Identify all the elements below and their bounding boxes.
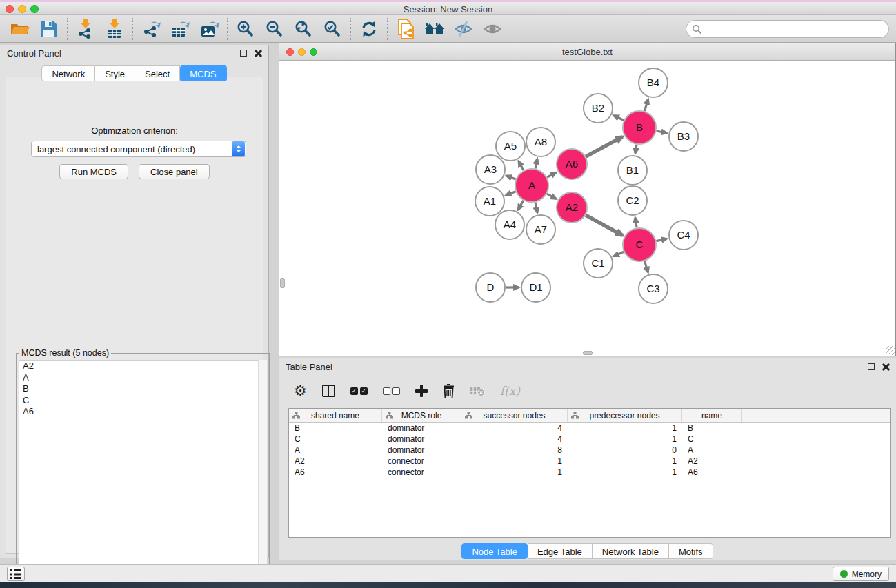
- graph-edge-A-A7[interactable]: [535, 202, 537, 212]
- graph-node-B3[interactable]: B3: [669, 122, 698, 151]
- save-session-button[interactable]: [34, 17, 63, 41]
- add-column-button[interactable]: [415, 385, 428, 397]
- graph-node-C2[interactable]: C2: [618, 186, 647, 215]
- graph-node-A8[interactable]: A8: [526, 128, 555, 156]
- network-vscroll-thumb[interactable]: [280, 278, 285, 288]
- network-from-selection-button[interactable]: [391, 17, 420, 41]
- graph-edge-A-A6[interactable]: [547, 172, 556, 177]
- close-panel-button[interactable]: Close panel: [139, 164, 210, 179]
- column-header-name[interactable]: name: [682, 409, 742, 422]
- float-table-panel-icon[interactable]: [868, 363, 875, 370]
- graph-edge-A-A8[interactable]: [535, 159, 537, 168]
- tab-node-table[interactable]: Node Table: [461, 543, 528, 559]
- tab-motifs[interactable]: Motifs: [669, 543, 713, 559]
- show-graphics-details-button[interactable]: [478, 17, 507, 41]
- graph-edge-C-C2[interactable]: [635, 218, 637, 228]
- tab-style[interactable]: Style: [95, 65, 135, 81]
- zoom-fit-button[interactable]: [289, 17, 318, 41]
- table-row[interactable]: A2connector11A2: [289, 456, 890, 467]
- import-table-button[interactable]: [100, 17, 129, 41]
- graph-edge-B-B1[interactable]: [635, 145, 637, 154]
- graph-node-C1[interactable]: C1: [584, 249, 613, 278]
- table-settings-button[interactable]: ⚙: [294, 384, 307, 398]
- graph-edge-C-C3[interactable]: [644, 261, 648, 272]
- graph-node-A4[interactable]: A4: [495, 210, 524, 239]
- function-builder-button[interactable]: f(x): [500, 384, 520, 398]
- window-resize-grip[interactable]: [886, 346, 895, 355]
- tab-network[interactable]: Network: [41, 65, 95, 81]
- graph-node-A3[interactable]: A3: [476, 155, 505, 184]
- mcds-result-item[interactable]: A6: [19, 406, 266, 418]
- tab-edge-table[interactable]: Edge Table: [528, 543, 593, 559]
- graph-node-A7[interactable]: A7: [526, 215, 555, 244]
- home-button[interactable]: [420, 17, 449, 41]
- zoom-out-button[interactable]: [260, 17, 289, 41]
- criterion-select[interactable]: largest connected component (directed): [31, 141, 246, 157]
- graph-node-C4[interactable]: C4: [669, 221, 698, 250]
- table-row[interactable]: Adominator80A: [289, 445, 890, 456]
- network-graph[interactable]: AA1A2A3A4A5A6A7A8BB1B2B3B4CC1C2C3C4DD1: [279, 61, 895, 356]
- zoom-selected-button[interactable]: [318, 17, 347, 41]
- close-table-panel-icon[interactable]: [882, 363, 889, 371]
- graph-node-A2[interactable]: A2: [557, 192, 587, 223]
- zoom-in-button[interactable]: [231, 17, 260, 41]
- network-hscroll-thumb[interactable]: [583, 351, 593, 355]
- graph-node-A[interactable]: A: [515, 169, 548, 202]
- split-columns-button[interactable]: [322, 385, 335, 397]
- delete-table-button[interactable]: [470, 385, 485, 396]
- graph-node-D1[interactable]: D1: [521, 273, 550, 302]
- graph-edge-A-A2[interactable]: [547, 194, 556, 199]
- network-canvas[interactable]: AA1A2A3A4A5A6A7A8BB1B2B3B4CC1C2C3C4DD1: [279, 61, 895, 356]
- column-header-successor-nodes[interactable]: successor nodes: [461, 409, 568, 422]
- task-history-button[interactable]: [7, 567, 25, 581]
- mcds-result-item[interactable]: A: [19, 372, 266, 384]
- close-panel-icon[interactable]: [254, 50, 261, 57]
- graph-node-B2[interactable]: B2: [584, 94, 613, 123]
- select-all-button[interactable]: ✓✓: [350, 387, 368, 395]
- export-image-button[interactable]: [195, 17, 223, 41]
- search-input[interactable]: [706, 24, 888, 34]
- delete-column-button[interactable]: [443, 384, 455, 398]
- graph-node-B1[interactable]: B1: [618, 156, 647, 185]
- graph-edge-C-C1[interactable]: [614, 252, 624, 256]
- mcds-result-scrollbar[interactable]: [258, 360, 267, 582]
- graph-node-C[interactable]: C: [623, 228, 656, 261]
- refresh-button[interactable]: [355, 17, 384, 41]
- graph-node-C3[interactable]: C3: [639, 274, 668, 303]
- export-network-button[interactable]: [137, 17, 166, 41]
- graph-edge-A2-C[interactable]: [586, 215, 622, 235]
- graph-node-A5[interactable]: A5: [496, 132, 525, 161]
- tab-mcds[interactable]: MCDS: [180, 65, 226, 81]
- mcds-result-item[interactable]: B: [19, 383, 266, 395]
- graph-edge-B-B3[interactable]: [656, 131, 666, 133]
- table-row[interactable]: Cdominator41C: [289, 434, 890, 445]
- export-table-button[interactable]: [166, 17, 195, 41]
- run-mcds-button[interactable]: Run MCDS: [59, 164, 128, 179]
- graph-edge-A-A1[interactable]: [506, 192, 515, 195]
- graph-edge-A-A5[interactable]: [519, 161, 524, 170]
- import-network-button[interactable]: [71, 17, 100, 41]
- graph-node-A1[interactable]: A1: [475, 187, 504, 216]
- mcds-result-list[interactable]: A2ABCA6: [19, 360, 267, 582]
- open-session-button[interactable]: [6, 17, 34, 41]
- search-field[interactable]: [686, 20, 889, 38]
- graph-edge-A6-B[interactable]: [586, 136, 622, 156]
- tab-select[interactable]: Select: [135, 65, 180, 81]
- graph-node-A6[interactable]: A6: [557, 149, 587, 179]
- graph-edge-A-A3[interactable]: [506, 176, 515, 179]
- memory-button[interactable]: Memory: [833, 567, 889, 581]
- tab-network-table[interactable]: Network Table: [593, 543, 669, 559]
- deselect-all-button[interactable]: [383, 387, 400, 395]
- graph-node-B[interactable]: B: [623, 111, 656, 144]
- mcds-result-item[interactable]: A2: [19, 361, 266, 372]
- graph-edge-C-C4[interactable]: [656, 239, 666, 241]
- column-header-shared-name[interactable]: shared name: [289, 409, 382, 422]
- graph-edge-B-B4[interactable]: [644, 99, 648, 111]
- table-row[interactable]: A6connector11A6: [289, 467, 890, 478]
- graph-node-B4[interactable]: B4: [639, 68, 668, 97]
- graph-node-D[interactable]: D: [476, 273, 505, 302]
- table-row[interactable]: Bdominator41B: [289, 423, 890, 434]
- mcds-result-item[interactable]: C: [19, 395, 266, 407]
- graph-edge-A-A4[interactable]: [518, 201, 524, 210]
- column-header-MCDS-role[interactable]: MCDS role: [382, 409, 461, 422]
